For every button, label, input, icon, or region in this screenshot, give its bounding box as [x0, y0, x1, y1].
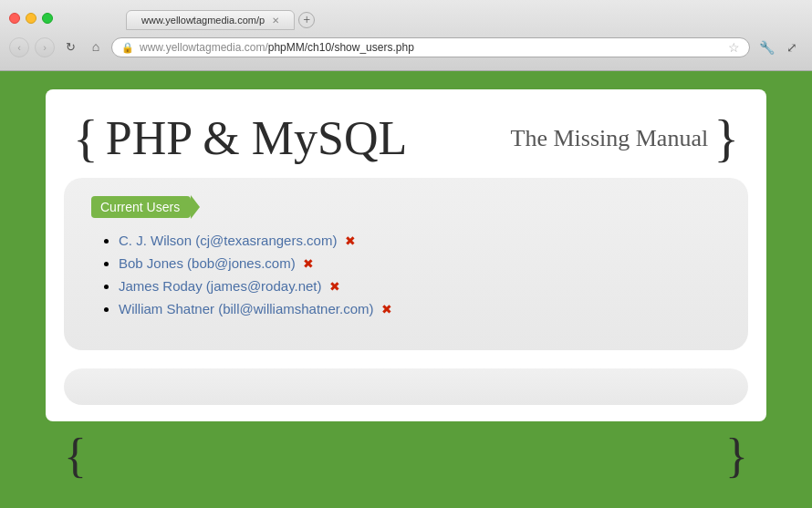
footer-area: { }: [46, 421, 766, 490]
user-link-2[interactable]: James Roday (james@roday.net): [119, 278, 322, 294]
browser-action-buttons: 🔧 ⤢: [755, 37, 803, 57]
bottom-bar: [64, 368, 748, 405]
footer-close-brace: }: [725, 429, 748, 482]
delete-user-2[interactable]: ✖: [329, 279, 340, 294]
forward-button[interactable]: ›: [35, 37, 55, 57]
footer-open-brace: {: [64, 429, 87, 482]
page-content: { PHP & MySQL The Missing Manual } Curre…: [46, 89, 766, 421]
tab-close-icon[interactable]: ✕: [272, 16, 279, 26]
url-path: phpMM/ch10/show_users.php: [268, 41, 414, 54]
page-header: { PHP & MySQL The Missing Manual }: [46, 89, 766, 178]
delete-user-3[interactable]: ✖: [381, 302, 392, 316]
delete-user-1[interactable]: ✖: [303, 256, 314, 271]
traffic-lights: [9, 13, 53, 24]
header-title: { PHP & MySQL The Missing Manual }: [73, 108, 739, 169]
resize-button[interactable]: ⤢: [781, 37, 803, 57]
refresh-icon: ↻: [66, 40, 76, 55]
address-bar-row: ‹ › ↻ ⌂ 🔒 www.yellowtagmedia.com/phpMM/c…: [0, 33, 812, 62]
tab-label: www.yellowtagmedia.com/p: [141, 15, 265, 26]
users-list: C. J. Wilson (cj@texasrangers.com) ✖ Bob…: [91, 233, 721, 316]
close-button[interactable]: [9, 13, 20, 24]
subtitle-text: The Missing Manual: [511, 125, 709, 152]
title-bar: www.yellowtagmedia.com/p ✕ +: [0, 0, 812, 33]
page-title: PHP & MySQL: [106, 111, 407, 165]
url-display: www.yellowtagmedia.com/phpMM/ch10/show_u…: [140, 41, 723, 54]
list-item: William Shatner (bill@williamshatner.com…: [119, 301, 721, 316]
wrench-icon: 🔧: [759, 40, 775, 56]
minimize-button[interactable]: [26, 13, 36, 24]
browser-chrome: www.yellowtagmedia.com/p ✕ + ‹ › ↻ ⌂ 🔒 w…: [0, 0, 812, 71]
user-link-3[interactable]: William Shatner (bill@williamshatner.com…: [119, 301, 373, 316]
close-brace-icon: }: [713, 108, 739, 169]
delete-user-0[interactable]: ✖: [345, 233, 356, 248]
list-item: C. J. Wilson (cj@texasrangers.com) ✖: [119, 233, 721, 248]
bookmark-icon[interactable]: ☆: [728, 40, 740, 55]
tab-bar: www.yellowtagmedia.com/p ✕ +: [117, 6, 324, 30]
current-users-label: Current Users: [100, 200, 180, 214]
back-icon: ‹: [17, 42, 21, 53]
current-users-badge: Current Users: [91, 196, 191, 218]
refresh-button[interactable]: ↻: [60, 37, 80, 57]
url-base: www.yellowtagmedia.com/: [140, 41, 268, 54]
home-button[interactable]: ⌂: [86, 37, 106, 57]
browser-tab[interactable]: www.yellowtagmedia.com/p ✕: [126, 10, 295, 30]
page-wrapper: { PHP & MySQL The Missing Manual } Curre…: [0, 71, 812, 508]
back-button[interactable]: ‹: [9, 37, 29, 57]
content-area: Current Users C. J. Wilson (cj@texasrang…: [64, 178, 748, 350]
wrench-button[interactable]: 🔧: [755, 37, 777, 57]
maximize-button[interactable]: [42, 13, 53, 24]
address-bar[interactable]: 🔒 www.yellowtagmedia.com/phpMM/ch10/show…: [111, 37, 750, 57]
resize-icon: ⤢: [786, 40, 797, 56]
list-item: James Roday (james@roday.net) ✖: [119, 278, 721, 294]
user-link-1[interactable]: Bob Jones (bob@jones.com): [119, 255, 296, 271]
lock-icon: 🔒: [121, 42, 134, 54]
header-right: The Missing Manual }: [511, 108, 740, 169]
header-left: { PHP & MySQL: [73, 108, 414, 169]
list-item: Bob Jones (bob@jones.com) ✖: [119, 255, 721, 271]
new-tab-button[interactable]: +: [298, 12, 315, 28]
home-icon: ⌂: [92, 40, 99, 55]
open-brace-icon: {: [73, 108, 99, 169]
forward-icon: ›: [43, 42, 47, 53]
user-link-0[interactable]: C. J. Wilson (cj@texasrangers.com): [119, 233, 337, 248]
